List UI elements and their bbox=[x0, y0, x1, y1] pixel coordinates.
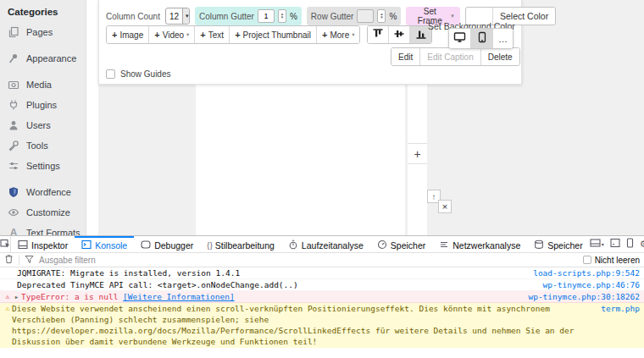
persist-logs-checkbox[interactable] bbox=[583, 256, 591, 264]
persist-logs-toggle[interactable]: Nicht leeren bbox=[583, 256, 640, 265]
settings-gear-button[interactable]: ⚙ bbox=[640, 239, 644, 250]
log-source-link[interactable]: load-scripts.php:9:542 bbox=[533, 267, 640, 278]
tab-speicher-storage[interactable]: Speicher bbox=[527, 236, 589, 252]
page-title: Categories bbox=[8, 7, 86, 17]
align-top-button[interactable] bbox=[368, 26, 389, 43]
column-gutter-input[interactable] bbox=[258, 9, 275, 23]
sidebar-item-settings[interactable]: Settings bbox=[8, 159, 86, 173]
filter-funnel-icon bbox=[25, 252, 34, 267]
sidebar-item-label: Appearance bbox=[26, 53, 76, 63]
log-row[interactable]: JQMIGRATE: Migrate is installed, version… bbox=[0, 267, 644, 279]
inspector-icon bbox=[18, 240, 28, 251]
more-info-link[interactable]: [Weitere Informationen] bbox=[123, 292, 235, 301]
add-more-button[interactable]: + More ▾ bbox=[317, 26, 360, 43]
column-count-select[interactable]: 12 ▾ bbox=[165, 8, 190, 25]
devtools-tab-bar: Inspektor Konsole Debugger { } Stilbearb… bbox=[0, 236, 644, 253]
editor-column-strip[interactable]: + bbox=[408, 84, 427, 235]
tab-debugger[interactable]: Debugger bbox=[134, 236, 200, 252]
tab-netzwerkanalyse[interactable]: Netzwerkanalyse bbox=[432, 236, 527, 252]
sidebar-item-customize[interactable]: Customize bbox=[8, 206, 86, 219]
align-bottom-icon bbox=[415, 28, 427, 42]
pick-element-button[interactable] bbox=[0, 236, 11, 252]
sidebar-item-appearance[interactable]: Appearance bbox=[8, 52, 86, 65]
database-icon bbox=[534, 240, 544, 251]
gauge-icon bbox=[377, 240, 387, 251]
align-middle-button[interactable] bbox=[389, 26, 410, 43]
close-icon: × bbox=[442, 201, 447, 212]
log-source-link[interactable]: wp-tinymce.php:46:76 bbox=[543, 279, 640, 290]
iframe-icon bbox=[590, 238, 601, 251]
network-icon bbox=[439, 240, 449, 251]
split-console-button[interactable] bbox=[610, 238, 620, 251]
row-gutter-input[interactable] bbox=[357, 9, 374, 23]
sidebar-item-tools[interactable]: Tools bbox=[8, 139, 86, 152]
trash-icon bbox=[4, 254, 14, 267]
plus-icon: + bbox=[414, 147, 420, 161]
sidebar-item-plugins[interactable]: Plugins bbox=[8, 98, 86, 112]
customize-eye-icon bbox=[8, 207, 19, 218]
chevron-down-icon: ▾ bbox=[352, 31, 354, 38]
column-gutter-unit: % bbox=[290, 12, 297, 21]
sidebar-item-wordfence[interactable]: Wordfence bbox=[8, 185, 86, 199]
gear-icon: ⚙ bbox=[640, 239, 644, 250]
select-iframe-button[interactable]: ▾ bbox=[590, 238, 604, 251]
tab-speicher-memory[interactable]: Speicher bbox=[370, 236, 432, 252]
edit-button[interactable]: Edit bbox=[391, 48, 420, 65]
log-source-link[interactable]: wp-tinymce.php:30:18262 bbox=[528, 291, 640, 302]
edit-caption-button[interactable]: Edit Caption bbox=[420, 48, 480, 65]
chevron-down-icon: ▾ bbox=[602, 241, 604, 247]
phone-icon bbox=[478, 31, 486, 46]
chevron-down-icon: ▾ bbox=[451, 13, 454, 19]
log-row[interactable]: Deprecated TinyMCE API call: <target>.on… bbox=[0, 279, 644, 291]
plus-icon: + bbox=[112, 30, 117, 40]
sidebar-item-media[interactable]: Media bbox=[8, 78, 86, 91]
delete-button[interactable]: Delete bbox=[481, 48, 519, 65]
sidebar-item-users[interactable]: Users bbox=[8, 118, 86, 132]
arrow-up-icon: ↑ bbox=[432, 192, 436, 201]
plus-icon: + bbox=[322, 30, 327, 40]
plus-icon: + bbox=[154, 30, 159, 40]
sidebar-item-label: Plugins bbox=[26, 100, 57, 110]
sidebar-item-label: Users bbox=[26, 120, 51, 130]
log-message: Deprecated TinyMCE API call: <target>.on… bbox=[17, 279, 535, 290]
show-guides-checkbox[interactable] bbox=[106, 69, 115, 79]
log-row-warning[interactable]: ⚠ Diese Website verwendet anscheinend ei… bbox=[0, 303, 644, 348]
stepper-icon[interactable]: ▲▼ bbox=[278, 9, 286, 23]
chevron-down-icon: ▾ bbox=[182, 8, 190, 24]
chevron-down-icon: ▾ bbox=[186, 31, 189, 38]
more-options-button[interactable]: … bbox=[493, 29, 513, 48]
desktop-preview-button[interactable] bbox=[449, 29, 471, 48]
editor-content-block[interactable] bbox=[196, 84, 405, 235]
add-image-button[interactable]: + Image bbox=[107, 26, 149, 43]
mobile-preview-button[interactable] bbox=[471, 29, 493, 48]
tab-stilbearbeitung[interactable]: { } Stilbearbeitung bbox=[200, 236, 281, 252]
tab-inspektor[interactable]: Inspektor bbox=[11, 236, 75, 252]
media-icon bbox=[8, 79, 19, 91]
add-cell-button[interactable]: + bbox=[408, 143, 427, 164]
responsive-mode-button[interactable] bbox=[626, 238, 634, 251]
sidebar-item-label: Settings bbox=[26, 161, 60, 171]
disclosure-triangle-icon[interactable]: ▶ bbox=[12, 291, 21, 302]
console-icon bbox=[81, 240, 92, 251]
divider bbox=[19, 256, 19, 265]
tab-laufzeitanalyse[interactable]: Laufzeitanalyse bbox=[281, 236, 370, 252]
debugger-icon bbox=[141, 240, 151, 251]
log-row-error[interactable]: ⚠ ▶ TypeError: a is null [Weitere Inform… bbox=[0, 291, 644, 303]
devtools-action-buttons: ▾ ⚙ × bbox=[590, 236, 644, 252]
console-filter-bar: Nicht leeren bbox=[0, 253, 644, 267]
sidebar-item-pages[interactable]: Pages bbox=[8, 25, 86, 39]
add-project-thumbnail-button[interactable]: + Project Thumbnail bbox=[230, 26, 317, 43]
tab-konsole[interactable]: Konsole bbox=[75, 236, 134, 252]
plus-icon: + bbox=[235, 30, 240, 40]
column-gutter-group: Column Gutter ▲▼ % bbox=[195, 7, 302, 25]
stepper-icon[interactable]: ▲▼ bbox=[377, 9, 386, 23]
add-video-button[interactable]: + Video ▾ bbox=[149, 26, 195, 43]
clear-console-button[interactable] bbox=[4, 254, 14, 267]
pages-icon bbox=[8, 26, 19, 38]
console-filter-input[interactable] bbox=[39, 256, 578, 265]
ellipsis-icon: … bbox=[498, 34, 508, 44]
log-source-link[interactable]: term.php bbox=[601, 303, 640, 314]
log-message: TypeError: a is null [Weitere Informatio… bbox=[21, 291, 519, 302]
add-text-button[interactable]: + Text bbox=[195, 26, 230, 43]
remove-button[interactable]: × bbox=[438, 200, 452, 213]
